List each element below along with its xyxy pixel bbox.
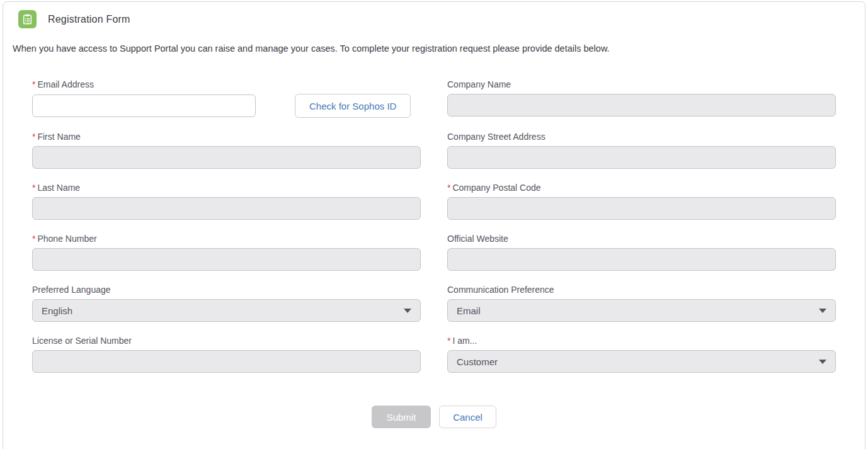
field-label: I am... [452, 336, 477, 346]
clipboard-icon [18, 10, 37, 28]
last-name-label: * Last Name [32, 183, 421, 192]
registration-card: Registration Form When you have access t… [3, 1, 865, 449]
language-select[interactable]: English [32, 299, 421, 322]
phone-field-group: * Phone Number [32, 234, 421, 271]
form-actions: Submit Cancel [3, 406, 865, 428]
field-label: Company Postal Code [452, 183, 540, 193]
required-asterisk: * [32, 132, 35, 142]
field-label: License or Serial Number [32, 336, 132, 346]
communication-label: Communication Preference [447, 285, 836, 294]
language-label: Preferred Language [32, 285, 421, 294]
intro-text: When you have access to Support Portal y… [3, 43, 865, 54]
submit-button[interactable]: Submit [372, 406, 431, 428]
company-name-label: Company Name [447, 79, 836, 89]
last-name-field-group: * Last Name [32, 183, 421, 220]
required-asterisk: * [32, 234, 35, 244]
cancel-button[interactable]: Cancel [439, 406, 496, 428]
company-postal-field-group: * Company Postal Code [447, 183, 836, 220]
website-label: Official Website [447, 234, 836, 243]
registration-form: * Email Address Check for Sophos ID Comp… [3, 79, 865, 387]
field-label: Phone Number [37, 234, 96, 244]
communication-field-group: Communication Preference Email [447, 285, 836, 322]
website-input [447, 248, 836, 271]
required-asterisk: * [447, 336, 450, 346]
company-name-input [447, 94, 836, 117]
communication-selected-value: Email [457, 305, 481, 316]
license-input [32, 350, 421, 373]
email-label: * Email Address [32, 79, 421, 89]
company-street-input [447, 146, 836, 169]
phone-label: * Phone Number [32, 234, 421, 243]
company-name-field-group: Company Name [447, 79, 836, 118]
email-field-group: * Email Address Check for Sophos ID [32, 79, 421, 118]
email-input[interactable] [32, 94, 256, 117]
first-name-field-group: * First Name [32, 132, 421, 169]
chevron-down-icon [404, 309, 411, 313]
license-label: License or Serial Number [32, 336, 421, 345]
field-label: Company Street Address [447, 132, 545, 142]
language-selected-value: English [42, 305, 72, 316]
license-field-group: License or Serial Number [32, 336, 421, 373]
phone-input [32, 248, 421, 271]
field-label: Last Name [37, 183, 80, 193]
required-asterisk: * [32, 183, 35, 193]
chevron-down-icon [819, 360, 826, 364]
i-am-select[interactable]: Customer [447, 350, 836, 373]
first-name-input [32, 146, 421, 169]
field-label: Preferred Language [32, 285, 111, 295]
company-postal-input [447, 197, 836, 220]
field-label: Communication Preference [447, 285, 554, 295]
required-asterisk: * [32, 79, 35, 89]
first-name-label: * First Name [32, 132, 421, 141]
company-street-field-group: Company Street Address [447, 132, 836, 169]
field-label: Official Website [447, 234, 508, 244]
required-asterisk: * [447, 183, 450, 193]
i-am-field-group: * I am... Customer [447, 336, 836, 373]
card-header: Registration Form [3, 2, 865, 28]
field-label: Company Name [447, 79, 511, 89]
communication-select[interactable]: Email [447, 299, 836, 322]
page-title: Registration Form [48, 14, 130, 25]
field-label: First Name [37, 132, 80, 142]
chevron-down-icon [819, 309, 826, 313]
check-sophos-id-button[interactable]: Check for Sophos ID [295, 94, 411, 118]
language-field-group: Preferred Language English [32, 285, 421, 322]
i-am-selected-value: Customer [457, 356, 498, 367]
last-name-input [32, 197, 421, 220]
company-postal-label: * Company Postal Code [447, 183, 836, 192]
website-field-group: Official Website [447, 234, 836, 271]
i-am-label: * I am... [447, 336, 836, 345]
company-street-label: Company Street Address [447, 132, 836, 141]
field-label: Email Address [37, 79, 93, 89]
